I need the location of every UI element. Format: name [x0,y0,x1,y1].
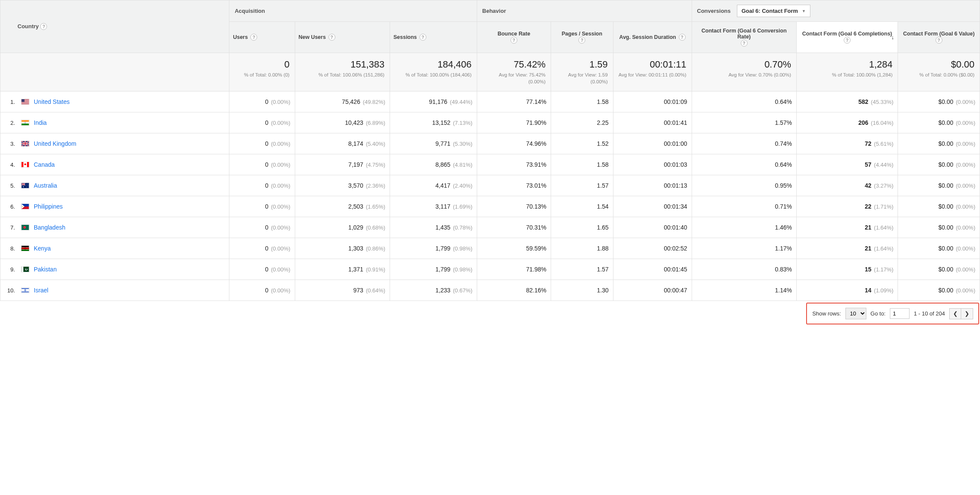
cell-duration: 00:01:03 [613,154,692,175]
col-users[interactable]: Users? [229,22,295,53]
cell-users: 0(0.00%) [229,259,295,280]
cell-users: 0(0.00%) [229,112,295,133]
cell-conv-rate: 1.57% [692,112,796,133]
country-link[interactable]: Australia [34,182,57,189]
cell-new-users: 973(0.64%) [295,280,390,301]
flag-icon [19,141,31,147]
country-link[interactable]: Philippines [34,203,63,210]
cell-value: $0.00(0.00%) [898,238,980,259]
total-bounce: 75.42%Avg for View: 75.42% (0.00%) [477,53,551,91]
cell-new-users: 10,423(6.89%) [295,112,390,133]
country-link[interactable]: United Kingdom [34,140,76,147]
cell-bounce: 59.59% [477,238,551,259]
help-icon[interactable]: ? [511,37,517,44]
cell-duration: 00:01:09 [613,91,692,112]
col-conv-rate[interactable]: Contact Form (Goal 6 Conversion Rate)? [692,22,796,53]
go-to-input[interactable] [890,308,910,319]
goal-selector[interactable]: Goal 6: Contact Form [737,5,810,17]
next-page-button[interactable]: ❯ [961,308,973,319]
cell-conv-rate: 1.46% [692,217,796,238]
cell-completions: 14(1.09%) [796,280,898,301]
cell-sessions: 9,771(5.30%) [390,133,477,154]
cell-value: $0.00(0.00%) [898,175,980,196]
svg-point-33 [24,247,26,249]
table-row: 10. Israel 0(0.00%) 973(0.64%) 1,233(0.6… [0,280,980,301]
table-row: 3. United Kingdom 0(0.00%) 8,174(5.40%) … [0,133,980,154]
cell-pages: 1.65 [551,217,613,238]
cell-sessions: 3,117(1.69%) [390,196,477,217]
help-icon[interactable]: ? [578,37,585,44]
col-avg-duration[interactable]: Avg. Session Duration? [613,22,692,53]
cell-new-users: 3,570(2.36%) [295,175,390,196]
cell-completions: 21(1.64%) [796,238,898,259]
svg-rect-5 [21,103,29,103]
col-sessions[interactable]: Sessions? [390,22,477,53]
cell-pages: 1.30 [551,280,613,301]
svg-rect-7 [21,99,24,102]
cell-value: $0.00(0.00%) [898,133,980,154]
show-rows-label: Show rows: [812,310,841,317]
cell-sessions: 1,799(0.98%) [390,238,477,259]
table-row: 5. Australia 0(0.00%) 3,570(2.36%) 4,417… [0,175,980,196]
chevron-left-icon: ❮ [953,310,958,317]
total-completions: 1,284% of Total: 100.00% (1,284) [796,53,898,91]
table-row: 9. Pakistan 0(0.00%) 1,371(0.91%) 1,799(… [0,259,980,280]
col-completions[interactable]: Contact Form (Goal 6 Completions) ?↓ [796,22,898,53]
country-link[interactable]: United States [34,98,70,105]
cell-conv-rate: 1.17% [692,238,796,259]
dimension-label: Country [18,23,39,29]
table-row: 8. Kenya 0(0.00%) 1,303(0.86%) 1,799(0.9… [0,238,980,259]
row-index: 1. [0,99,19,105]
cell-pages: 1.54 [551,196,613,217]
country-link[interactable]: Pakistan [34,266,57,273]
help-icon[interactable]: ? [679,34,686,41]
cell-bounce: 70.31% [477,217,551,238]
cell-new-users: 2,503(1.65%) [295,196,390,217]
pager-range: 1 - 10 of 204 [914,310,945,317]
col-pages-session[interactable]: Pages / Session? [551,22,613,53]
country-link[interactable]: Israel [34,287,48,294]
cell-completions: 22(1.71%) [796,196,898,217]
dimension-header[interactable]: Country ? [0,0,229,53]
svg-point-22 [26,185,26,186]
cell-duration: 00:01:13 [613,175,692,196]
group-acquisition: Acquisition [229,0,477,22]
help-icon[interactable]: ? [40,23,47,30]
col-new-users[interactable]: New Users? [295,22,390,53]
group-conversions: Conversions Goal 6: Contact Form [692,0,980,22]
cell-bounce: 77.14% [477,91,551,112]
cell-pages: 1.52 [551,133,613,154]
cell-value: $0.00(0.00%) [898,280,980,301]
help-icon[interactable]: ? [844,37,851,44]
cell-bounce: 71.98% [477,259,551,280]
help-icon[interactable]: ? [329,34,335,41]
col-bounce-rate[interactable]: Bounce Rate? [477,22,551,53]
cell-sessions: 1,233(0.67%) [390,280,477,301]
country-link[interactable]: Bangladesh [34,224,65,231]
show-rows-select[interactable]: 10 [845,308,866,319]
cell-users: 0(0.00%) [229,175,295,196]
cell-pages: 1.57 [551,259,613,280]
help-icon[interactable]: ? [250,34,257,41]
svg-point-21 [26,187,27,187]
total-duration: 00:01:11Avg for View: 00:01:11 (0.00%) [613,53,692,91]
country-link[interactable]: India [34,119,47,126]
cell-duration: 00:00:47 [613,280,692,301]
cell-conv-rate: 1.14% [692,280,796,301]
total-sessions: 184,406% of Total: 100.00% (184,406) [390,53,477,91]
flag-icon [19,203,31,209]
country-link[interactable]: Canada [34,161,55,168]
help-icon[interactable]: ? [741,40,748,47]
total-pages: 1.59Avg for View: 1.59 (0.00%) [551,53,613,91]
help-icon[interactable]: ? [420,34,426,41]
chevron-right-icon: ❯ [965,310,969,317]
table-row: 6. Philippines 0(0.00%) 2,503(1.65%) 3,1… [0,196,980,217]
sort-arrow-down-icon: ↓ [891,34,894,41]
help-icon[interactable]: ? [936,37,942,44]
flag-icon [19,266,31,272]
svg-point-25 [22,206,23,207]
cell-conv-rate: 0.83% [692,259,796,280]
prev-page-button[interactable]: ❮ [949,308,961,319]
country-link[interactable]: Kenya [34,245,51,252]
col-value[interactable]: Contact Form (Goal 6 Value)? [898,22,980,53]
